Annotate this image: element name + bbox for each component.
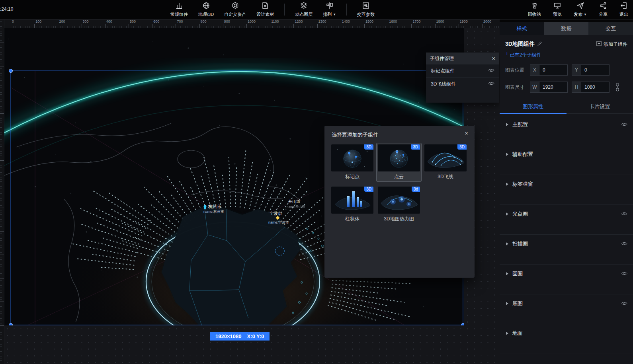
collapse-arrow-icon [506, 332, 508, 335]
selection-handle-bl[interactable] [9, 323, 13, 326]
close-icon[interactable]: × [492, 56, 495, 61]
toolbar-separator [284, 4, 285, 16]
add-subcomponent-modal: 选择要添加的子组件 × 3D 标记点 [324, 126, 475, 278]
edit-pencil-icon[interactable] [537, 41, 542, 47]
inspector-panel: 样式 数据 交互 3D地图组件 添加子组件 └ 已有2个子组件 图表位置 X Y [500, 19, 633, 364]
x-input[interactable] [539, 64, 568, 76]
toolbar-right-group: 回收站 预览 发布▼ 分享 退出 [528, 0, 628, 19]
section-scan-circle[interactable]: 扫描圈 [500, 235, 633, 265]
toolbar-center-group: 常规组件 地理/3D 自定义资产 设计素材 动态图层 排列▼ 交互参数 [170, 0, 375, 19]
tool-custom-assets[interactable]: 自定义资产 [224, 2, 246, 18]
card-column-3d[interactable]: 3D 柱状体 [330, 185, 375, 224]
selection-handle-tl[interactable] [9, 69, 13, 73]
collapse-arrow-icon [506, 153, 508, 156]
collapse-arrow-icon [506, 302, 508, 305]
y-input[interactable] [581, 64, 610, 76]
exit-icon [620, 2, 628, 10]
card-3d-flyline[interactable]: 3D 3D飞线 [423, 143, 468, 181]
subtab-card-settings[interactable]: 卡片设置 [567, 100, 633, 113]
subtab-graphic-properties[interactable]: 图形属性 [500, 100, 567, 114]
close-icon[interactable]: × [465, 130, 468, 136]
section-main-config[interactable]: 主配置 [500, 115, 633, 145]
marker-tag: name:舟山市 [287, 205, 305, 208]
section-circle[interactable]: 圆圈 [500, 265, 633, 294]
eye-icon[interactable] [621, 270, 627, 277]
link-ratio-icon[interactable] [615, 83, 620, 91]
size-label: 图表尺寸 [505, 84, 526, 91]
h-field: H [572, 82, 610, 93]
monitor-icon [553, 2, 561, 10]
material-icon [261, 2, 269, 10]
recycle-bin-button[interactable]: 回收站 [528, 2, 541, 18]
bar-chart-icon [175, 2, 183, 10]
card-3d-heatmap[interactable]: 3d 3D地图热力图 [377, 185, 421, 224]
badge-3d: 3D [411, 144, 420, 150]
tab-style[interactable]: 样式 [500, 22, 544, 35]
chart-size-row: 图表尺寸 W H [505, 82, 627, 93]
add-subcomponent-button[interactable]: 添加子组件 [596, 41, 627, 48]
plus-square-icon [596, 41, 602, 47]
subcomponent-manager-panel: 子组件管理 × 标记点组件 3D飞线组件 [426, 53, 499, 103]
card-point-cloud[interactable]: 3D 点云 [377, 143, 421, 181]
section-light-circle[interactable]: 光点圈 [500, 205, 633, 235]
preview-button[interactable]: 预览 [553, 2, 562, 18]
share-button[interactable]: 分享 [599, 2, 608, 18]
badge-3d: 3D [364, 187, 373, 192]
modal-title: 选择要添加的子组件 [332, 131, 378, 138]
subcomponent-item-flyline[interactable]: 3D飞线组件 [426, 77, 499, 90]
section-basemap[interactable]: 底图 [500, 294, 633, 324]
position-label: 图表位置 [505, 67, 526, 74]
tool-design-material[interactable]: 设计素材 [256, 2, 274, 18]
card-marker-point[interactable]: 3D 标记点 [330, 143, 375, 181]
tool-common-components[interactable]: 常规组件 [170, 2, 188, 18]
badge-3d: 3d [412, 187, 420, 192]
tool-interaction-params[interactable]: 交互参数 [357, 2, 375, 18]
subcomponent-count[interactable]: └ 已有2个子组件 [505, 52, 627, 58]
collapse-arrow-icon [506, 242, 508, 245]
eye-icon[interactable] [488, 68, 494, 74]
chevron-down-icon: ▼ [584, 13, 587, 16]
height-input[interactable] [581, 82, 610, 93]
width-input[interactable] [539, 82, 568, 93]
vertical-ruler[interactable] [0, 19, 4, 364]
clock: :24:10 [0, 6, 13, 12]
tab-interaction[interactable]: 交互 [588, 22, 633, 35]
subcomponent-item-marker[interactable]: 标记点组件 [426, 64, 499, 77]
section-ground[interactable]: 地面 [500, 324, 633, 354]
component-title: 3D地图组件 [505, 41, 535, 48]
chevron-down-icon: ▼ [333, 13, 336, 16]
publish-button[interactable]: 发布▼ [574, 2, 587, 18]
eye-icon[interactable] [621, 210, 627, 218]
inspector-tabs: 样式 数据 交互 [500, 22, 633, 35]
top-toolbar: :24:10 常规组件 地理/3D 自定义资产 设计素材 动态图层 排列▼ [0, 0, 633, 19]
collapse-arrow-icon [506, 212, 508, 216]
hexagon-icon [231, 2, 239, 10]
tab-data[interactable]: 数据 [544, 22, 589, 35]
subcomponent-manager-header: 子组件管理 × [426, 53, 499, 64]
horizontal-ruler[interactable]: 0100200300400500600700800900100011001200… [4, 19, 500, 28]
property-sections: 主配置 辅助配置 标签弹窗 光点圈 扫描圈 圆圈 底图 [500, 115, 633, 354]
align-icon [326, 2, 334, 10]
y-field: Y [572, 64, 610, 76]
w-field: W [530, 82, 568, 93]
collapse-arrow-icon [506, 123, 508, 126]
tool-dynamic-layers[interactable]: 动态图层 [295, 2, 313, 18]
eye-icon[interactable] [621, 121, 627, 128]
eye-icon[interactable] [621, 240, 627, 247]
marker-tag: name:宁波市 [268, 220, 289, 224]
paper-plane-icon [576, 2, 584, 10]
badge-3d: 3D [364, 144, 373, 150]
eye-icon[interactable] [621, 300, 627, 307]
section-aux-config[interactable]: 辅助配置 [500, 145, 633, 175]
size-position-badge: 1920×1080 X:0 Y:0 [210, 332, 270, 341]
tool-geo-3d[interactable]: 地理/3D [198, 2, 214, 18]
eye-icon[interactable] [488, 81, 494, 87]
marker-label: 宁波市 [270, 211, 282, 216]
share-icon [599, 2, 607, 10]
sliders-icon [362, 2, 370, 10]
chart-position-row: 图表位置 X Y [505, 64, 627, 76]
section-label-popup[interactable]: 标签弹窗 [500, 175, 633, 205]
x-field: X [530, 64, 568, 76]
exit-button[interactable]: 退出 [619, 2, 628, 18]
tool-arrange[interactable]: 排列▼ [323, 2, 336, 18]
